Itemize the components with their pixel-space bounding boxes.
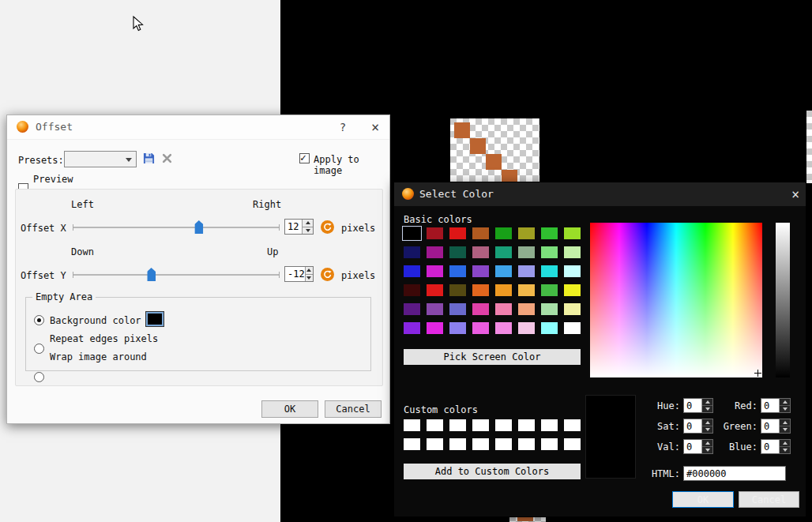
color-swatch[interactable] — [472, 303, 489, 315]
color-swatch[interactable] — [449, 419, 466, 431]
color-swatch[interactable] — [495, 303, 512, 315]
red-spinbox[interactable]: 0 — [761, 398, 791, 413]
color-swatch[interactable] — [541, 438, 558, 450]
radio-wrap-around[interactable] — [34, 372, 44, 382]
cancel-button[interactable]: Cancel — [739, 491, 799, 508]
background-color-swatch[interactable] — [146, 312, 164, 326]
color-swatch[interactable] — [449, 322, 466, 334]
color-swatch[interactable] — [427, 284, 443, 296]
color-swatch[interactable] — [472, 438, 489, 450]
color-swatch[interactable] — [472, 322, 489, 334]
color-swatch[interactable] — [427, 303, 443, 315]
color-swatch[interactable] — [449, 227, 466, 239]
cancel-button[interactable]: Cancel — [325, 400, 382, 418]
spin-down-icon[interactable] — [780, 446, 790, 453]
color-swatch[interactable] — [449, 265, 466, 277]
color-swatch[interactable] — [518, 419, 535, 431]
color-swatch[interactable] — [564, 265, 581, 277]
spin-up-icon[interactable] — [780, 440, 790, 446]
color-swatch[interactable] — [541, 265, 558, 277]
add-custom-colors-button[interactable]: Add to Custom Colors — [404, 464, 581, 479]
color-swatch[interactable] — [472, 284, 489, 296]
spin-up-icon[interactable] — [780, 419, 790, 426]
html-input[interactable] — [683, 466, 786, 481]
radio-background-color[interactable] — [34, 315, 44, 325]
val-spinbox[interactable]: 0 — [683, 439, 713, 454]
color-swatch[interactable] — [404, 227, 420, 239]
color-swatch[interactable] — [495, 284, 512, 296]
reset-x-icon[interactable] — [321, 220, 334, 234]
close-icon[interactable]: × — [784, 182, 806, 206]
color-swatch[interactable] — [495, 227, 512, 239]
color-swatch[interactable] — [427, 265, 443, 277]
color-swatch[interactable] — [404, 265, 420, 277]
color-swatch[interactable] — [404, 438, 420, 450]
color-swatch[interactable] — [449, 303, 466, 315]
color-swatch[interactable] — [518, 227, 535, 239]
offset-y-slider-handle[interactable] — [147, 268, 156, 281]
offset-x-slider-handle[interactable] — [194, 220, 203, 234]
color-swatch[interactable] — [404, 246, 420, 258]
value-slider[interactable] — [776, 223, 790, 377]
color-swatch[interactable] — [518, 322, 535, 334]
spin-up-icon[interactable] — [702, 440, 712, 446]
color-swatch[interactable] — [541, 227, 558, 239]
radio-repeat-edges[interactable] — [34, 344, 44, 354]
spin-up-icon[interactable] — [303, 220, 313, 227]
apply-to-image-checkbox[interactable] — [299, 153, 310, 163]
color-swatch[interactable] — [495, 246, 512, 258]
color-swatch[interactable] — [541, 246, 558, 258]
color-swatch[interactable] — [472, 227, 489, 239]
color-swatch[interactable] — [518, 284, 535, 296]
close-icon[interactable]: × — [361, 115, 389, 139]
color-swatch[interactable] — [495, 265, 512, 277]
color-swatch[interactable] — [518, 438, 535, 450]
color-swatch[interactable] — [427, 322, 443, 334]
spin-down-icon[interactable] — [306, 274, 313, 282]
spin-down-icon[interactable] — [780, 426, 790, 433]
color-swatch[interactable] — [404, 284, 420, 296]
sat-spinbox[interactable]: 0 — [683, 419, 713, 434]
color-swatch[interactable] — [449, 284, 466, 296]
presets-combobox[interactable] — [64, 151, 137, 167]
save-preset-icon[interactable] — [143, 152, 155, 167]
offset-y-spinbox[interactable]: -12 — [284, 266, 314, 282]
color-swatch[interactable] — [472, 246, 489, 258]
delete-preset-icon[interactable] — [162, 153, 172, 166]
color-swatch[interactable] — [541, 419, 558, 431]
color-swatch[interactable] — [564, 419, 581, 431]
color-swatch[interactable] — [564, 246, 581, 258]
color-swatch[interactable] — [495, 322, 512, 334]
color-swatch[interactable] — [518, 303, 535, 315]
hue-spinbox[interactable]: 0 — [683, 398, 713, 413]
spin-up-icon[interactable] — [702, 419, 712, 426]
color-swatch[interactable] — [564, 284, 581, 296]
color-swatch[interactable] — [495, 419, 512, 431]
color-swatch[interactable] — [404, 303, 420, 315]
offset-x-slider[interactable] — [73, 220, 280, 235]
help-button[interactable]: ? — [329, 115, 356, 139]
hue-saturation-picker[interactable] — [590, 223, 762, 377]
color-swatch[interactable] — [518, 265, 535, 277]
color-swatch[interactable] — [564, 227, 581, 239]
offset-titlebar[interactable]: Offset ? × — [7, 115, 389, 140]
ok-button[interactable]: OK — [672, 491, 734, 508]
spin-down-icon[interactable] — [702, 426, 712, 433]
color-swatch[interactable] — [427, 227, 443, 239]
color-swatch[interactable] — [495, 438, 512, 450]
color-swatch[interactable] — [518, 246, 535, 258]
pick-screen-color-button[interactable]: Pick Screen Color — [404, 349, 581, 365]
color-swatch[interactable] — [427, 246, 443, 258]
spin-down-icon[interactable] — [702, 446, 712, 453]
spin-up-icon[interactable] — [306, 267, 313, 274]
spin-down-icon[interactable] — [780, 405, 790, 412]
spin-down-icon[interactable] — [702, 405, 712, 412]
spin-up-icon[interactable] — [702, 399, 712, 405]
color-swatch[interactable] — [541, 284, 558, 296]
color-swatch[interactable] — [427, 438, 443, 450]
green-spinbox[interactable]: 0 — [761, 419, 791, 434]
color-swatch[interactable] — [404, 322, 420, 334]
color-swatch[interactable] — [564, 322, 581, 334]
color-swatch[interactable] — [541, 322, 558, 334]
color-swatch[interactable] — [404, 419, 420, 431]
